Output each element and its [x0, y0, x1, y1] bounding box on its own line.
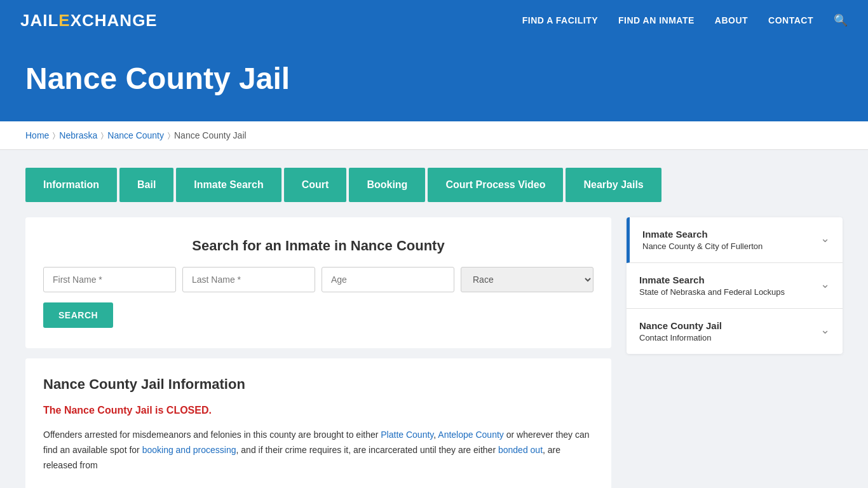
search-inputs: Race	[43, 267, 593, 292]
info-body: Offenders arrested for misdemeanors and …	[43, 428, 593, 473]
age-input[interactable]	[322, 267, 454, 292]
main-content: Search for an Inmate in Nance County Rac…	[0, 202, 868, 488]
chevron-down-icon-1: ⌄	[820, 231, 830, 245]
sidebar-inmate-search-state[interactable]: Inmate Search State of Nebraska and Fede…	[627, 263, 843, 309]
breadcrumb-current: Nance County Jail	[174, 130, 247, 140]
breadcrumb: Home 〉 Nebraska 〉 Nance County 〉 Nance C…	[25, 130, 843, 140]
tab-inmate-search[interactable]: Inmate Search	[176, 168, 281, 202]
booking-processing-link[interactable]: booking and processing	[142, 445, 236, 455]
bonded-out-link[interactable]: bonded out	[498, 445, 543, 455]
navbar: JAILEXCHANGE FIND A FACILITY FIND AN INM…	[0, 0, 868, 41]
breadcrumb-sep-2: 〉	[101, 131, 104, 140]
sidebar-section-text-1: Inmate Search Nance County & City of Ful…	[642, 229, 763, 251]
breadcrumb-bar: Home 〉 Nebraska 〉 Nance County 〉 Nance C…	[0, 121, 868, 150]
hero-section: Nance County Jail	[0, 41, 868, 121]
tab-bar: Information Bail Inmate Search Court Boo…	[0, 150, 868, 202]
breadcrumb-nance-county[interactable]: Nance County	[107, 130, 164, 140]
logo-jail: JAIL	[20, 11, 58, 30]
search-button[interactable]: SEARCH	[43, 302, 113, 328]
search-box: Search for an Inmate in Nance County Rac…	[25, 217, 611, 348]
nav-links: FIND A FACILITY FIND AN INMATE ABOUT CON…	[522, 13, 848, 27]
tab-court-process-video[interactable]: Court Process Video	[428, 168, 563, 202]
sidebar-sub-label-2: State of Nebraska and Federal Lockups	[639, 287, 785, 297]
tab-information[interactable]: Information	[25, 168, 117, 202]
chevron-down-icon-2: ⌄	[820, 277, 830, 291]
left-column: Search for an Inmate in Nance County Rac…	[25, 217, 611, 488]
tab-bail[interactable]: Bail	[119, 168, 173, 202]
nav-about[interactable]: ABOUT	[715, 15, 748, 25]
breadcrumb-sep-1: 〉	[53, 131, 55, 140]
logo-exchange: XCHANGE	[71, 11, 158, 30]
nav-find-inmate[interactable]: FIND AN INMATE	[618, 15, 695, 25]
nav-find-facility[interactable]: FIND A FACILITY	[522, 15, 598, 25]
sidebar-top-label-1: Inmate Search	[642, 229, 763, 240]
sidebar-top-label-2: Inmate Search	[639, 274, 785, 285]
chevron-down-icon-3: ⌄	[820, 323, 830, 337]
antelope-county-link[interactable]: Antelope County	[438, 430, 504, 440]
platte-county-link[interactable]: Platte County	[381, 430, 433, 440]
sidebar-section-text-3: Nance County Jail Contact Information	[639, 320, 722, 342]
nav-contact[interactable]: CONTACT	[768, 15, 813, 25]
info-title: Nance County Jail Information	[43, 376, 593, 393]
page-title: Nance County Jail	[25, 61, 843, 96]
search-icon[interactable]: 🔍	[834, 13, 848, 27]
sidebar-top-label-3: Nance County Jail	[639, 320, 722, 331]
sidebar-sub-label-1: Nance County & City of Fullerton	[642, 241, 763, 251]
right-sidebar: Inmate Search Nance County & City of Ful…	[627, 217, 843, 354]
last-name-input[interactable]	[182, 267, 315, 292]
sidebar-sub-label-3: Contact Information	[639, 333, 722, 342]
sidebar-section-text-2: Inmate Search State of Nebraska and Fede…	[639, 274, 785, 297]
race-select[interactable]: Race	[461, 267, 593, 292]
tab-nearby-jails[interactable]: Nearby Jails	[566, 168, 661, 202]
info-box: Nance County Jail Information The Nance …	[25, 358, 611, 488]
sidebar-contact-info[interactable]: Nance County Jail Contact Information ⌄	[627, 309, 843, 354]
search-title: Search for an Inmate in Nance County	[43, 238, 593, 254]
logo-x: E	[58, 11, 70, 30]
tab-court[interactable]: Court	[284, 168, 347, 202]
sidebar-inmate-search-local[interactable]: Inmate Search Nance County & City of Ful…	[627, 217, 843, 263]
breadcrumb-sep-3: 〉	[168, 131, 170, 140]
first-name-input[interactable]	[43, 267, 176, 292]
logo[interactable]: JAILEXCHANGE	[20, 11, 158, 30]
tab-booking[interactable]: Booking	[349, 168, 425, 202]
breadcrumb-home[interactable]: Home	[25, 130, 49, 140]
closed-notice: The Nance County Jail is CLOSED.	[43, 402, 593, 419]
breadcrumb-nebraska[interactable]: Nebraska	[59, 130, 97, 140]
